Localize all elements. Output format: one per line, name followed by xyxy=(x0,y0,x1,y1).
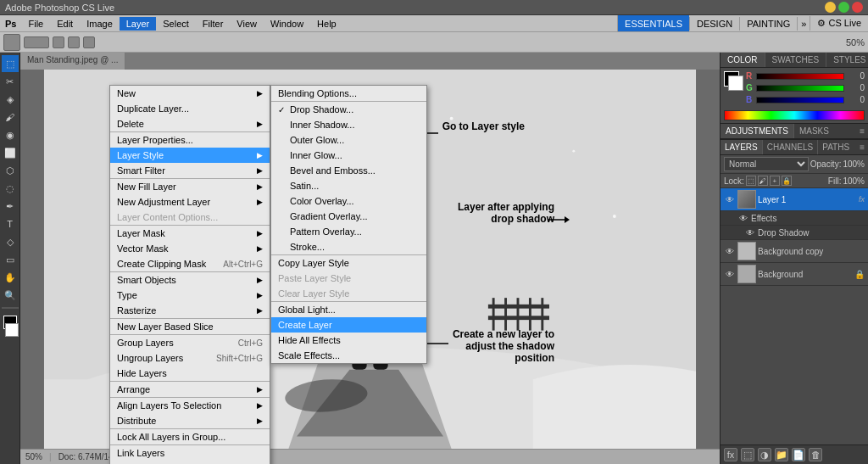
menu-select-linked-layers[interactable]: Select Linked Layers xyxy=(110,461,270,464)
menu-item-edit[interactable]: Edit xyxy=(50,17,80,31)
submenu-satin[interactable]: ✓Satin... xyxy=(271,178,426,193)
tool-stamp[interactable]: ◉ xyxy=(2,126,19,143)
tab-layers[interactable]: LAYERS xyxy=(721,140,763,154)
menu-item-ps[interactable]: Ps xyxy=(0,17,21,31)
tool-pen[interactable]: ✒ xyxy=(2,198,19,215)
menu-item-file[interactable]: File xyxy=(21,17,50,31)
menu-layer-style[interactable]: Layer Style▶ xyxy=(110,148,270,163)
submenu-copy-layer-style[interactable]: Copy Layer Style xyxy=(271,255,426,271)
menu-item-select[interactable]: Select xyxy=(156,17,196,31)
drop-shadow-eye-icon[interactable]: 👁 xyxy=(744,226,756,238)
effects-eye-icon[interactable]: 👁 xyxy=(737,212,749,224)
layer-eye-background[interactable]: 👁 xyxy=(724,268,736,280)
canvas-tab[interactable]: Man Standing.jpeg @ ... xyxy=(20,53,125,70)
menu-layer-mask[interactable]: Layer Mask▶ xyxy=(110,226,270,241)
menu-item-image[interactable]: Image xyxy=(80,17,120,31)
bg-color-box[interactable] xyxy=(728,75,743,91)
menu-arrange[interactable]: Arrange▶ xyxy=(110,382,270,397)
menu-distribute[interactable]: Distribute▶ xyxy=(110,413,270,428)
menu-layer-content-options[interactable]: Layer Content Options... xyxy=(110,210,270,225)
workspace-essentials[interactable]: ESSENTIALS xyxy=(617,15,689,31)
background-color[interactable] xyxy=(5,323,19,337)
submenu-pattern-overlay[interactable]: ✓Pattern Overlay... xyxy=(271,224,426,239)
tool-path[interactable]: ◇ xyxy=(2,233,19,250)
menu-new-layer-based-slice[interactable]: New Layer Based Slice xyxy=(110,319,270,334)
menu-duplicate-layer[interactable]: Duplicate Layer... xyxy=(110,101,270,116)
tab-color[interactable]: COLOR xyxy=(721,53,765,67)
blend-mode-select[interactable]: Normal xyxy=(724,157,809,171)
layer-drop-shadow-item[interactable]: 👁 Drop Shadow xyxy=(721,226,868,240)
close-button[interactable] xyxy=(852,2,863,13)
layer-eye-layer1[interactable]: 👁 xyxy=(724,193,736,205)
menu-type[interactable]: Type▶ xyxy=(110,288,270,303)
submenu-scale-effects[interactable]: Scale Effects... xyxy=(271,348,426,363)
menu-lock-all-layers[interactable]: Lock All Layers in Group... xyxy=(110,429,270,444)
lock-position-icon[interactable]: + xyxy=(770,176,780,186)
tool-type[interactable]: T xyxy=(2,215,19,232)
add-adjustment-button[interactable]: ◑ xyxy=(758,448,771,461)
tab-paths[interactable]: PATHS xyxy=(818,140,854,154)
submenu-inner-shadow[interactable]: ✓Inner Shadow... xyxy=(271,117,426,132)
menu-rasterize[interactable]: Rasterize▶ xyxy=(110,303,270,318)
tool-blur[interactable]: ◌ xyxy=(2,180,19,197)
add-mask-button[interactable]: ⬚ xyxy=(741,448,754,461)
submenu-global-light[interactable]: Global Light... xyxy=(271,302,426,317)
tab-channels[interactable]: CHANNELS xyxy=(763,140,818,154)
add-style-button[interactable]: fx xyxy=(724,448,737,461)
color-spectrum[interactable] xyxy=(724,110,865,120)
menu-align-layers[interactable]: Align Layers To Selection▶ xyxy=(110,398,270,413)
add-layer-button[interactable]: 📄 xyxy=(792,448,805,461)
menu-ungroup-layers[interactable]: Ungroup LayersShift+Ctrl+G xyxy=(110,350,270,366)
layer-effects-item[interactable]: 👁 Effects xyxy=(721,211,868,226)
menu-item-view[interactable]: View xyxy=(230,17,264,31)
menu-group-layers[interactable]: Group LayersCtrl+G xyxy=(110,335,270,350)
tab-adjustments[interactable]: ADJUSTMENTS xyxy=(721,124,794,138)
tab-styles[interactable]: STYLES xyxy=(826,53,868,67)
tool-hand[interactable]: ✋ xyxy=(2,269,19,286)
layers-panel-menu[interactable]: ≡ xyxy=(856,140,868,154)
submenu-clear-layer-style[interactable]: Clear Layer Style xyxy=(271,286,426,301)
workspace-design[interactable]: DESIGN xyxy=(689,17,739,31)
lock-transparent-icon[interactable]: ⬚ xyxy=(746,176,756,186)
menu-item-filter[interactable]: Filter xyxy=(196,17,230,31)
adj-panel-menu[interactable]: ≡ xyxy=(856,124,868,138)
tab-swatches[interactable]: SWATCHES xyxy=(765,53,827,67)
submenu-drop-shadow[interactable]: ✓Drop Shadow... xyxy=(271,102,426,117)
submenu-blending-options[interactable]: Blending Options... xyxy=(271,86,426,101)
submenu-create-layer[interactable]: Create Layer xyxy=(271,317,426,333)
menu-smart-filter[interactable]: Smart Filter▶ xyxy=(110,163,270,178)
submenu-color-overlay[interactable]: ✓Color Overlay... xyxy=(271,193,426,209)
menu-new-fill-layer[interactable]: New Fill Layer▶ xyxy=(110,179,270,194)
submenu-inner-glow[interactable]: ✓Inner Glow... xyxy=(271,148,426,163)
workspace-painting[interactable]: PAINTING xyxy=(739,17,797,31)
maximize-button[interactable] xyxy=(838,2,849,13)
add-group-button[interactable]: 📁 xyxy=(775,448,788,461)
tool-selection[interactable]: ⬚ xyxy=(2,55,19,72)
tool-lasso[interactable]: ◈ xyxy=(2,91,19,108)
layer-eye-bg-copy[interactable]: 👁 xyxy=(724,245,736,257)
tool-eraser[interactable]: ⬜ xyxy=(2,144,19,161)
minimize-button[interactable] xyxy=(825,2,836,13)
submenu-paste-layer-style[interactable]: Paste Layer Style xyxy=(271,271,426,286)
layer-item-layer1[interactable]: 👁 Layer 1 fx xyxy=(721,188,868,211)
submenu-gradient-overlay[interactable]: ✓Gradient Overlay... xyxy=(271,209,426,224)
layer-item-bg-copy[interactable]: 👁 Background copy xyxy=(721,240,868,263)
workspace-more[interactable]: » xyxy=(797,17,810,31)
menu-layer-properties[interactable]: Layer Properties... xyxy=(110,132,270,148)
submenu-bevel-emboss[interactable]: ✓Bevel and Emboss... xyxy=(271,163,426,178)
menu-delete[interactable]: Delete▶ xyxy=(110,116,270,131)
delete-layer-button[interactable]: 🗑 xyxy=(809,448,822,461)
menu-item-layer[interactable]: Layer xyxy=(120,17,157,31)
tool-crop[interactable]: ✂ xyxy=(2,73,19,90)
submenu-outer-glow[interactable]: ✓Outer Glow... xyxy=(271,132,426,148)
tool-shape[interactable]: ▭ xyxy=(2,251,19,268)
tool-brush[interactable]: 🖌 xyxy=(2,109,19,126)
tool-fill[interactable]: ⬡ xyxy=(2,162,19,179)
submenu-hide-all-effects[interactable]: Hide All Effects xyxy=(271,333,426,348)
menu-hide-layers[interactable]: Hide Layers xyxy=(110,366,270,381)
submenu-stroke[interactable]: ✓Stroke... xyxy=(271,239,426,254)
menu-item-window[interactable]: Window xyxy=(264,17,310,31)
lock-all-icon[interactable]: 🔒 xyxy=(782,176,792,186)
menu-new[interactable]: New▶ xyxy=(110,86,270,101)
layer-item-background[interactable]: 👁 Background 🔒 xyxy=(721,263,868,286)
